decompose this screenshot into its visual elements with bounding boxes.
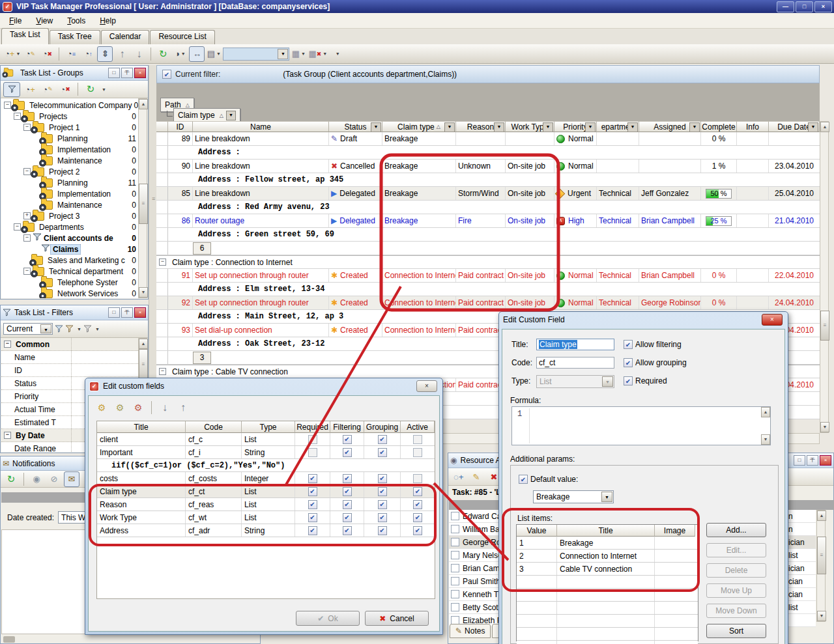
panel-close-button[interactable]: × [134, 307, 146, 318]
scroll-thumb[interactable]: ≡ [817, 537, 826, 574]
add--button[interactable]: Add... [706, 523, 766, 537]
required-checkbox[interactable]: ✔ [624, 376, 633, 385]
column-header-info[interactable]: Info [737, 121, 769, 132]
unchecked-checkbox[interactable] [413, 435, 422, 444]
scroll-down-icon[interactable]: ▼ [817, 611, 826, 621]
scroll-up-icon[interactable]: ▲ [817, 511, 826, 521]
custom-field-row[interactable]: Importantcf_iString✔✔ [97, 446, 435, 459]
checked-checkbox[interactable]: ✔ [378, 487, 387, 496]
tree-item[interactable]: Telephone Syster0 [1, 277, 138, 288]
task-row[interactable]: 85Line breakdown▶DelegatedBreakageStorm/… [156, 187, 820, 201]
group-expander[interactable]: − [4, 341, 11, 348]
checked-checkbox[interactable]: ✔ [343, 474, 352, 483]
edit-field-button[interactable]: ⚙ [112, 400, 128, 415]
apply-filter-icon[interactable] [55, 325, 63, 333]
tab-task-list[interactable]: Task List [1, 28, 49, 44]
allow-grouping-checkbox[interactable]: ✔ [624, 358, 633, 367]
column-header-due-date[interactable]: Due Date▼ [769, 121, 820, 132]
filter-dropdown-icon[interactable]: ▼ [444, 122, 455, 132]
checked-checkbox[interactable]: ✔ [378, 500, 387, 509]
filter-dropdown-icon[interactable]: ▼ [371, 122, 381, 132]
clear-layout-button[interactable]: ▦✖▼ [308, 46, 328, 62]
scroll-down-icon[interactable]: ▼ [820, 422, 829, 432]
menu-file[interactable]: File [9, 16, 22, 25]
chevron-down-icon[interactable]: ▼ [226, 111, 236, 120]
table-vscrollbar[interactable]: ▲ ≡ ▼ [820, 121, 829, 433]
column-header-assigned[interactable]: Assigned▼ [639, 121, 701, 132]
custom-field-row[interactable]: clientcf_cList✔✔ [97, 433, 435, 446]
menu-tools[interactable]: Tools [67, 16, 85, 25]
cancel-button[interactable]: ✖ Cancel [365, 611, 429, 626]
unchecked-checkbox[interactable] [413, 474, 422, 483]
checked-checkbox[interactable]: ✔ [343, 435, 352, 444]
tree-item[interactable]: Implementation0 [1, 144, 138, 155]
column-header-complete[interactable]: Complete [701, 121, 737, 132]
custom-field-row[interactable]: Claim typecf_ctList✔✔✔✔ [97, 485, 435, 498]
resource-checkbox[interactable] [451, 525, 459, 533]
resource-checkbox[interactable] [451, 590, 459, 598]
menu-view[interactable]: View [36, 16, 53, 25]
checked-checkbox[interactable]: ✔ [413, 500, 422, 509]
tab-resource-list[interactable]: Resource List [150, 30, 214, 44]
clear-filter-icon[interactable] [83, 325, 92, 333]
chevron-down-icon[interactable]: ▼ [77, 327, 81, 331]
current-filter-checkbox[interactable]: ✔ [162, 70, 171, 79]
scroll-thumb[interactable]: ≡ [139, 349, 148, 380]
add-group-button[interactable]: ◔+ [22, 81, 38, 97]
panel-pin-button[interactable]: 干 [121, 68, 133, 78]
column-header-epartmen[interactable]: epartmen▼ [597, 121, 639, 132]
tree-item[interactable]: Planning11 [1, 133, 138, 144]
filter-dropdown-icon[interactable]: ▼ [808, 122, 818, 132]
tree-item[interactable]: Claims10 [1, 244, 138, 255]
filter-row[interactable]: ID [1, 364, 138, 377]
tree-item[interactable]: −Project 10 [1, 122, 138, 133]
filter-preset-combo[interactable]: Current ▼ [3, 323, 53, 335]
filter-by-group-button[interactable] [3, 82, 20, 97]
chevron-down-icon[interactable]: ▼ [40, 324, 51, 333]
tree-item[interactable]: +Project 30 [1, 210, 138, 221]
checked-checkbox[interactable]: ✔ [378, 448, 387, 457]
custom-field-row[interactable]: iif(($cf_c=1)or ($cf_c=2),"Yes","No") [97, 459, 435, 472]
tree-expander[interactable]: − [23, 168, 31, 175]
checked-checkbox[interactable]: ✔ [343, 487, 352, 496]
formula-editor[interactable]: 1 ▲ ▼ [511, 406, 771, 445]
tree-item[interactable]: Sales and Marketing c0 [1, 255, 138, 266]
more-toolbar-button[interactable]: ▼ [329, 46, 345, 62]
fit-columns-button[interactable]: ↔ [189, 46, 205, 62]
unchecked-checkbox[interactable] [308, 448, 317, 457]
filter-dropdown-icon[interactable]: ▼ [543, 122, 553, 132]
scroll-down-icon[interactable]: ▼ [761, 434, 770, 445]
refresh-button[interactable]: ↻ [155, 46, 171, 62]
tree-expander[interactable]: − [14, 223, 21, 231]
checked-checkbox[interactable]: ✔ [308, 500, 317, 509]
tree-expander[interactable]: − [23, 124, 31, 131]
scroll-up-icon[interactable]: ▲ [139, 339, 148, 349]
scroll-down-icon[interactable]: ▼ [139, 287, 148, 298]
custom-field-row[interactable]: Addresscf_adrString✔✔✔✔ [97, 524, 435, 537]
checked-checkbox[interactable]: ✔ [343, 448, 352, 457]
checked-checkbox[interactable]: ✔ [378, 526, 387, 535]
panel-restore-button[interactable]: □ [108, 68, 120, 78]
task-row[interactable]: 92Set up connection through router✱Creat… [156, 296, 820, 310]
checked-checkbox[interactable]: ✔ [308, 487, 317, 496]
tree-expander[interactable]: − [4, 102, 11, 109]
scroll-thumb[interactable]: ≡ [820, 311, 829, 341]
panel-restore-button[interactable]: □ [794, 455, 805, 466]
tree-item[interactable]: −Technical department0 [1, 266, 138, 277]
add-field-button[interactable]: ⚙ [94, 400, 109, 415]
panel-restore-button[interactable]: □ [108, 307, 120, 318]
refresh-groups-button[interactable]: ↻ [83, 81, 98, 97]
tree-item[interactable]: Implementation0 [1, 188, 138, 199]
new-task-button[interactable]: ◔+▼ [4, 46, 21, 62]
edit-assignment-button[interactable]: ✎ [468, 469, 484, 484]
column-header-name[interactable]: Name [193, 121, 329, 132]
dialog-close-button[interactable]: × [762, 314, 783, 326]
code-field[interactable]: cf_ct [536, 357, 614, 369]
move-field-up-button[interactable]: ↑ [175, 400, 191, 415]
task-row[interactable]: 89Line breakdown✎DraftBreakageNormal0 % [156, 132, 820, 146]
save-filter-icon[interactable] [65, 325, 74, 333]
column-header-work-type[interactable]: Work Type▼ [506, 121, 554, 132]
group-chip-claim-type[interactable]: Claim type △ ▼ [173, 108, 240, 122]
tree-item[interactable]: Maintenance0 [1, 199, 138, 210]
dialog-close-button[interactable]: × [416, 380, 437, 392]
